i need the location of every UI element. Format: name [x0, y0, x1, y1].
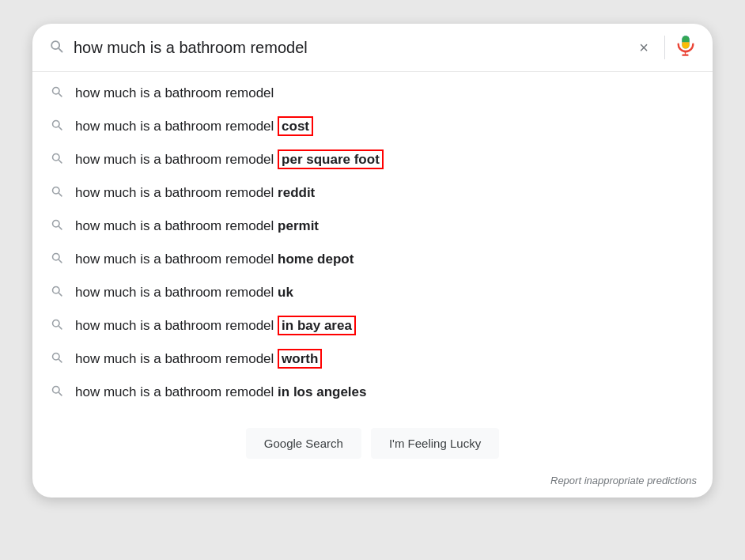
- suggestion-text: how much is a bathroom remodel uk: [75, 285, 293, 301]
- clear-icon[interactable]: ×: [633, 36, 655, 60]
- suggestion-item[interactable]: how much is a bathroom remodel worth: [32, 342, 713, 376]
- suggestion-search-icon: [48, 118, 64, 135]
- suggestion-text: how much is a bathroom remodel worth: [75, 351, 322, 367]
- search-container: × how much is a bathroom remodelhow much…: [32, 24, 713, 498]
- suggestion-text: how much is a bathroom remodel in bay ar…: [75, 318, 356, 334]
- suggestion-text: how much is a bathroom remodel: [75, 85, 274, 101]
- suggestion-text: how much is a bathroom remodel in los an…: [75, 384, 367, 400]
- suggestion-text: how much is a bathroom remodel reddit: [75, 185, 315, 201]
- suggestion-item[interactable]: how much is a bathroom remodel uk: [32, 276, 713, 309]
- suggestion-item[interactable]: how much is a bathroom remodel: [32, 77, 713, 110]
- suggestion-item[interactable]: how much is a bathroom remodel in los an…: [32, 376, 713, 409]
- footer-row: Report inappropriate predictions: [32, 471, 713, 498]
- suggestion-search-icon: [48, 350, 64, 368]
- suggestion-item[interactable]: how much is a bathroom remodel reddit: [32, 176, 713, 210]
- suggestion-search-icon: [48, 284, 64, 301]
- mic-icon[interactable]: [675, 35, 697, 60]
- suggestion-search-icon: [48, 151, 64, 168]
- suggestion-search-icon: [48, 251, 64, 268]
- search-bar: ×: [32, 24, 713, 72]
- suggestion-text: how much is a bathroom remodel cost: [75, 119, 313, 134]
- suggestion-search-icon: [48, 218, 64, 235]
- suggestion-item[interactable]: how much is a bathroom remodel in bay ar…: [32, 309, 713, 342]
- search-input[interactable]: [74, 39, 623, 57]
- suggestion-item[interactable]: how much is a bathroom remodel per squar…: [32, 143, 713, 176]
- suggestion-search-icon: [48, 184, 64, 202]
- report-link[interactable]: Report inappropriate predictions: [550, 475, 697, 486]
- vertical-divider: [664, 36, 665, 59]
- google-search-button[interactable]: Google Search: [246, 428, 361, 459]
- suggestion-search-icon: [48, 317, 64, 335]
- suggestion-item[interactable]: how much is a bathroom remodel permit: [32, 210, 713, 243]
- suggestion-text: how much is a bathroom remodel home depo…: [75, 252, 354, 267]
- suggestion-text: how much is a bathroom remodel permit: [75, 218, 319, 234]
- suggestion-search-icon: [48, 384, 64, 401]
- feeling-lucky-button[interactable]: I'm Feeling Lucky: [371, 428, 499, 459]
- suggestion-item[interactable]: how much is a bathroom remodel cost: [32, 110, 713, 143]
- suggestion-text: how much is a bathroom remodel per squar…: [75, 152, 384, 168]
- suggestion-search-icon: [48, 85, 64, 102]
- search-icon: [48, 38, 64, 58]
- buttons-row: Google Search I'm Feeling Lucky: [32, 414, 713, 471]
- suggestion-item[interactable]: how much is a bathroom remodel home depo…: [32, 243, 713, 276]
- suggestions-list: how much is a bathroom remodelhow much i…: [32, 72, 713, 414]
